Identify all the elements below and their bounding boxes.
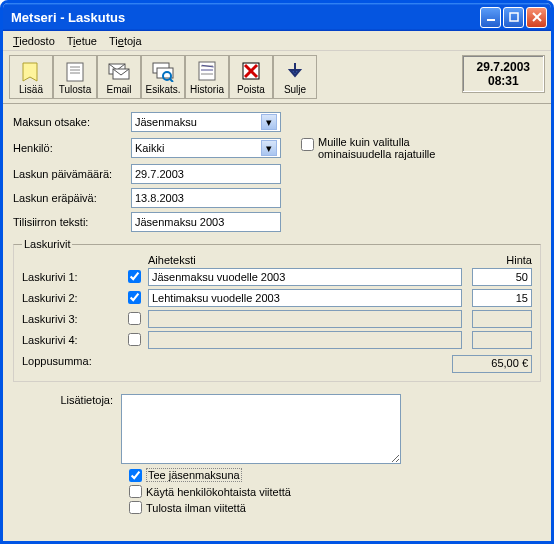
text-row2[interactable] bbox=[148, 289, 462, 307]
svg-rect-1 bbox=[510, 13, 518, 21]
add-button[interactable]: Lisää bbox=[9, 55, 53, 99]
opt-ilman-input[interactable] bbox=[129, 501, 142, 514]
svg-rect-14 bbox=[199, 62, 215, 80]
checkbox-muille-input[interactable] bbox=[301, 138, 314, 151]
opt-jasen[interactable]: Tee jäsenmaksuna bbox=[129, 468, 541, 482]
delete-icon bbox=[240, 59, 262, 83]
opt-ilman[interactable]: Tulosta ilman viitettä bbox=[129, 501, 541, 514]
label-row4: Laskurivi 4: bbox=[22, 334, 120, 346]
text-row3[interactable] bbox=[148, 310, 462, 328]
app-window: Metseri - Laskutus Tiedosto Tietue Tieto… bbox=[0, 0, 554, 544]
minimize-button[interactable] bbox=[480, 7, 501, 28]
history-icon bbox=[196, 59, 218, 83]
text-row4[interactable] bbox=[148, 331, 462, 349]
svg-rect-4 bbox=[67, 63, 83, 81]
maximize-button[interactable] bbox=[503, 7, 524, 28]
input-laskun-erapv[interactable] bbox=[131, 188, 281, 208]
history-button[interactable]: Historia bbox=[185, 55, 229, 99]
label-laskun-pvm: Laskun päivämäärä: bbox=[13, 168, 131, 180]
svg-line-13 bbox=[170, 79, 173, 82]
col-aiheteksti: Aiheteksti bbox=[148, 254, 472, 266]
input-laskun-pvm[interactable] bbox=[131, 164, 281, 184]
menubar: Tiedosto Tietue Tietoja bbox=[3, 31, 551, 51]
opt-viite-label: Käytä henkilökohtaista viitettä bbox=[146, 486, 291, 498]
delete-label: Poista bbox=[237, 84, 265, 95]
col-hinta: Hinta bbox=[472, 254, 532, 266]
label-row2: Laskurivi 2: bbox=[22, 292, 120, 304]
opt-viite-input[interactable] bbox=[129, 485, 142, 498]
combo-maksun-otsake[interactable]: Jäsenmaksu▾ bbox=[131, 112, 281, 132]
preview-icon bbox=[151, 59, 175, 83]
print-icon bbox=[64, 59, 86, 83]
clock-time: 08:31 bbox=[477, 74, 530, 88]
print-label: Tulosta bbox=[59, 84, 91, 95]
history-label: Historia bbox=[190, 84, 224, 95]
chevron-down-icon: ▾ bbox=[261, 114, 277, 130]
opt-viite[interactable]: Käytä henkilökohtaista viitettä bbox=[129, 485, 541, 498]
menu-record[interactable]: Tietue bbox=[61, 33, 103, 49]
preview-label: Esikats. bbox=[145, 84, 180, 95]
additional-row: Lisätietoja: bbox=[3, 392, 551, 466]
close-label: Sulje bbox=[284, 84, 306, 95]
delete-button[interactable]: Poista bbox=[229, 55, 273, 99]
checkbox-muille-label: Muille kuin valitulla ominaisuudella raj… bbox=[318, 136, 458, 160]
print-button[interactable]: Tulosta bbox=[53, 55, 97, 99]
opt-jasen-label: Tee jäsenmaksuna bbox=[146, 468, 242, 482]
invoice-rows-legend: Laskurivit bbox=[22, 238, 72, 250]
toolbar: Lisää Tulosta Email Esikats. Historia Po… bbox=[3, 51, 551, 104]
value-total: 65,00 € bbox=[452, 355, 532, 373]
menu-file[interactable]: Tiedosto bbox=[7, 33, 61, 49]
price-row4[interactable] bbox=[472, 331, 532, 349]
opt-jasen-input[interactable] bbox=[129, 469, 142, 482]
add-label: Lisää bbox=[19, 84, 43, 95]
preview-button[interactable]: Esikats. bbox=[141, 55, 185, 99]
check-row3[interactable] bbox=[128, 312, 141, 325]
form-area: Maksun otsake: Jäsenmaksu▾ Henkilö: Kaik… bbox=[3, 104, 551, 392]
checkbox-muille[interactable]: Muille kuin valitulla ominaisuudella raj… bbox=[301, 136, 458, 160]
label-henkilo: Henkilö: bbox=[13, 142, 131, 154]
email-label: Email bbox=[106, 84, 131, 95]
menu-info[interactable]: Tietoja bbox=[103, 33, 148, 49]
options-group: Tee jäsenmaksuna Käytä henkilökohtaista … bbox=[3, 466, 551, 523]
add-icon bbox=[20, 59, 42, 83]
window-title: Metseri - Laskutus bbox=[11, 10, 478, 25]
invoice-rows-group: Laskurivit Aiheteksti Hinta Laskurivi 1:… bbox=[13, 238, 541, 382]
clock-date: 29.7.2003 bbox=[477, 60, 530, 74]
label-row1: Laskurivi 1: bbox=[22, 271, 120, 283]
clock-box: 29.7.2003 08:31 bbox=[462, 55, 545, 93]
input-tilisiirron[interactable] bbox=[131, 212, 281, 232]
label-total: Loppusumma: bbox=[22, 355, 120, 373]
chevron-down-icon: ▾ bbox=[261, 140, 277, 156]
label-maksun-otsake: Maksun otsake: bbox=[13, 116, 131, 128]
text-row1[interactable] bbox=[148, 268, 462, 286]
check-row4[interactable] bbox=[128, 333, 141, 346]
titlebar: Metseri - Laskutus bbox=[3, 3, 551, 31]
label-additional: Lisätietoja: bbox=[13, 394, 121, 464]
price-row2[interactable] bbox=[472, 289, 532, 307]
email-icon bbox=[107, 59, 131, 83]
label-row3: Laskurivi 3: bbox=[22, 313, 120, 325]
svg-rect-0 bbox=[487, 19, 495, 21]
label-laskun-erapv: Laskun eräpäivä: bbox=[13, 192, 131, 204]
combo-henkilo[interactable]: Kaikki▾ bbox=[131, 138, 281, 158]
opt-ilman-label: Tulosta ilman viitettä bbox=[146, 502, 246, 514]
close-icon bbox=[284, 59, 306, 83]
textarea-additional[interactable] bbox=[121, 394, 401, 464]
price-row3[interactable] bbox=[472, 310, 532, 328]
check-row1[interactable] bbox=[128, 270, 141, 283]
close-button[interactable]: Sulje bbox=[273, 55, 317, 99]
check-row2[interactable] bbox=[128, 291, 141, 304]
email-button[interactable]: Email bbox=[97, 55, 141, 99]
label-tilisiirron: Tilisiirron teksti: bbox=[13, 216, 131, 228]
close-window-button[interactable] bbox=[526, 7, 547, 28]
price-row1[interactable] bbox=[472, 268, 532, 286]
